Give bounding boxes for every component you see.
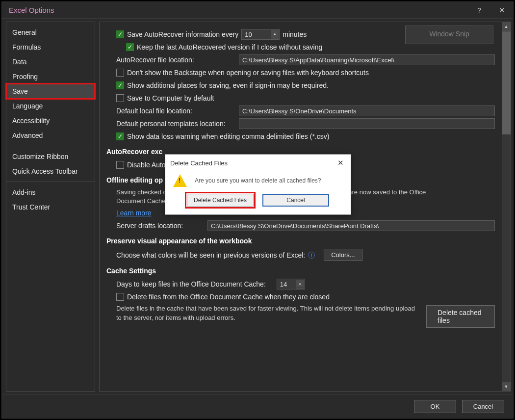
sidebar-item-advanced[interactable]: Advanced — [6, 128, 95, 143]
label-no-backstage: Don't show the Backstage when opening or… — [127, 69, 369, 77]
input-default-local[interactable]: C:\Users\Blessy S\OneDrive\Documents — [239, 105, 495, 116]
chk-keep-last-autorecover[interactable] — [126, 43, 134, 51]
cache-note: Delete files in the cache that have been… — [116, 304, 420, 322]
close-button[interactable]: ✕ — [490, 2, 513, 19]
sidebar-item-formulas[interactable]: Formulas — [6, 40, 95, 54]
dialog-title: Delete Cached Files — [170, 159, 228, 167]
label-save-autorecover: Save AutoRecover information every — [127, 30, 238, 38]
label-save-to-computer: Save to Computer by default — [127, 94, 214, 102]
dialog-titlebar: Delete Cached Files ✕ — [165, 155, 351, 171]
chk-additional-places[interactable] — [116, 81, 124, 89]
warning-icon — [173, 174, 187, 187]
input-ar-location[interactable]: C:\Users\Blessy S\AppData\Roaming\Micros… — [239, 54, 495, 65]
input-default-templates[interactable] — [239, 118, 495, 129]
sidebar-item-data[interactable]: Data — [6, 54, 95, 69]
spinner-days-cache[interactable]: 14 ▲▼ — [277, 279, 305, 289]
colors-button[interactable]: Colors... — [324, 249, 362, 261]
footer: OK Cancel — [2, 394, 513, 418]
spin-up-icon[interactable]: ▲ — [296, 280, 304, 288]
chk-csv-warn[interactable] — [116, 132, 124, 140]
chk-save-to-computer[interactable] — [116, 94, 124, 102]
delete-cached-files-dialog: Delete Cached Files ✕ Are you sure you w… — [165, 154, 351, 215]
section-preserve-appearance: Preserve visual appearance of the workbo… — [106, 237, 495, 245]
dialog-close-button[interactable]: ✕ — [335, 158, 346, 167]
sidebar-item-proofing[interactable]: Proofing — [6, 69, 95, 84]
section-cache-settings: Cache Settings — [106, 267, 495, 275]
label-delete-on-close: Delete files from the Office Document Ca… — [127, 293, 330, 301]
chk-disable-ar[interactable] — [116, 161, 124, 169]
cancel-button[interactable]: Cancel — [462, 400, 504, 413]
dialog-confirm-button[interactable]: Delete Cached Files — [187, 194, 254, 207]
input-server-drafts[interactable]: C:\Users\Blessy S\OneDrive\Documents\Sha… — [207, 220, 495, 231]
sidebar-item-quick-access[interactable]: Quick Access Toolbar — [6, 164, 95, 179]
titlebar: Excel Options ? ✕ — [2, 2, 513, 19]
spin-down-icon[interactable]: ▼ — [271, 38, 279, 40]
label-keep-last: Keep the last AutoRecovered version if I… — [137, 43, 322, 51]
label-default-local: Default local file location: — [116, 107, 236, 115]
sidebar: General Formulas Data Proofing Save Lang… — [6, 22, 95, 392]
sidebar-item-customize-ribbon[interactable]: Customize Ribbon — [6, 149, 95, 164]
label-additional-places: Show additional places for saving, even … — [127, 81, 329, 89]
scroll-thumb[interactable] — [502, 31, 511, 134]
spinner-autorecover-minutes[interactable]: 10 ▲▼ — [241, 29, 280, 40]
sidebar-item-accessibility[interactable]: Accessibility — [6, 113, 95, 128]
sidebar-item-general[interactable]: General — [6, 25, 95, 40]
info-icon[interactable]: i — [308, 252, 315, 259]
delete-cached-files-button[interactable]: Delete cached files — [426, 305, 495, 328]
label-default-templates: Default personal templates location: — [116, 120, 236, 128]
dialog-cancel-button[interactable]: Cancel — [262, 194, 329, 207]
label-server-drafts: Server drafts location: — [116, 222, 205, 230]
spin-up-icon[interactable]: ▲ — [271, 30, 279, 38]
chk-save-autorecover[interactable] — [116, 30, 124, 38]
label-minutes: minutes — [283, 30, 307, 38]
label-ar-location: AutoRecover file location: — [116, 56, 236, 64]
ok-button[interactable]: OK — [414, 400, 456, 413]
sidebar-item-trust-center[interactable]: Trust Center — [6, 200, 95, 214]
label-days-cache: Days to keep files in the Office Documen… — [116, 280, 266, 288]
scroll-down-icon[interactable]: ▼ — [502, 382, 511, 391]
sidebar-item-save[interactable]: Save — [6, 84, 95, 99]
link-learn-more[interactable]: Learn more — [116, 209, 152, 217]
help-button[interactable]: ? — [468, 2, 490, 19]
label-choose-colors: Choose what colors will be seen in previ… — [116, 251, 305, 259]
dialog-message: Are you sure you want to delete all cach… — [195, 177, 321, 184]
window-title: Excel Options — [9, 6, 54, 14]
sidebar-item-language[interactable]: Language — [6, 99, 95, 113]
label-csv-warn: Show data loss warning when editing comm… — [127, 132, 329, 140]
scrollbar[interactable]: ▲ ▼ — [502, 22, 511, 391]
label-disable-ar: Disable Auto — [127, 161, 166, 169]
window-snip-overlay: Window Snip — [405, 26, 493, 44]
chk-no-backstage[interactable] — [116, 69, 124, 77]
sidebar-item-addins[interactable]: Add-ins — [6, 185, 95, 200]
chk-delete-on-close[interactable] — [116, 293, 124, 301]
spin-down-icon[interactable]: ▼ — [296, 288, 304, 289]
scroll-up-icon[interactable]: ▲ — [502, 22, 511, 31]
